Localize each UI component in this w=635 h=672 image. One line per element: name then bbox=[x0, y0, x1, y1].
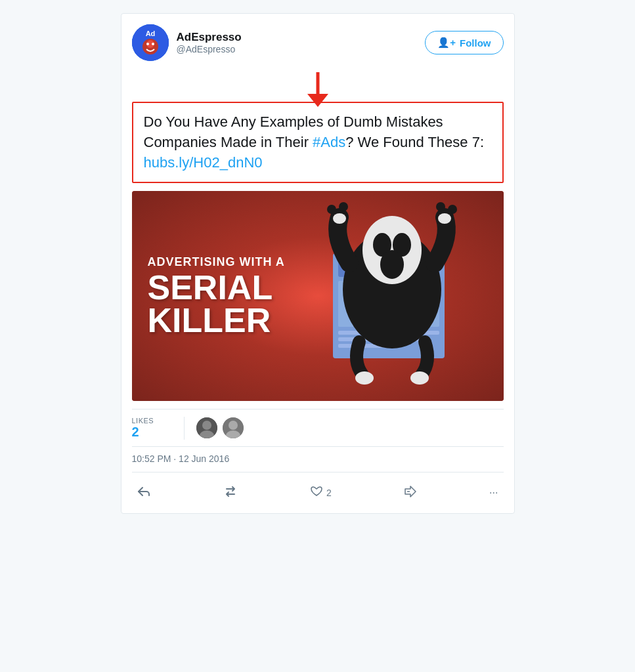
like-count: 2 bbox=[326, 488, 332, 498]
tweet-image[interactable]: ADVERTISING WITH A SERIAL KILLER bbox=[132, 191, 504, 401]
svg-point-14 bbox=[327, 205, 336, 214]
heart-icon bbox=[311, 486, 322, 499]
like-button[interactable]: 2 bbox=[305, 484, 337, 502]
svg-point-19 bbox=[333, 213, 346, 224]
svg-point-4 bbox=[146, 43, 149, 45]
timestamp: 10:52 PM · 12 Jun 2016 bbox=[132, 453, 504, 472]
svg-point-12 bbox=[380, 250, 404, 279]
likes-count: 2 bbox=[132, 425, 173, 440]
svg-marker-7 bbox=[307, 94, 328, 107]
tweet-header: Ad AdEspresso @AdEspresso 👤+ Follow bbox=[132, 24, 504, 61]
follow-icon: 👤+ bbox=[437, 37, 456, 49]
svg-point-24 bbox=[202, 421, 211, 430]
tweet-hashtag[interactable]: #Ads bbox=[313, 134, 345, 150]
share-icon bbox=[405, 486, 416, 500]
image-text-small: ADVERTISING WITH A bbox=[148, 256, 285, 270]
likes-section: LIKES 2 bbox=[132, 409, 504, 447]
svg-marker-29 bbox=[405, 486, 416, 497]
reply-icon bbox=[137, 486, 150, 499]
display-name[interactable]: AdEspresso bbox=[177, 31, 242, 44]
likes-label: LIKES bbox=[132, 417, 173, 425]
image-text-line2: KILLER bbox=[148, 304, 285, 337]
avatar[interactable]: Ad bbox=[132, 24, 169, 61]
reply-button[interactable] bbox=[132, 484, 156, 502]
more-icon: ··· bbox=[489, 487, 498, 499]
likes-avatars bbox=[195, 416, 245, 440]
liker-avatar-1 bbox=[195, 416, 219, 440]
tweet-card: Ad AdEspresso @AdEspresso 👤+ Follow bbox=[121, 13, 515, 514]
svg-point-5 bbox=[152, 43, 154, 45]
share-button[interactable] bbox=[399, 483, 422, 503]
ghost-illustration bbox=[320, 198, 464, 388]
annotation-arrow-svg bbox=[292, 69, 344, 108]
svg-point-20 bbox=[438, 213, 451, 224]
svg-point-21 bbox=[355, 371, 374, 385]
image-text-left: ADVERTISING WITH A SERIAL KILLER bbox=[148, 256, 285, 337]
more-button[interactable]: ··· bbox=[484, 484, 503, 501]
image-text-large: SERIAL KILLER bbox=[148, 272, 285, 337]
svg-point-22 bbox=[410, 371, 429, 385]
svg-point-18 bbox=[436, 202, 445, 211]
action-bar: 2 ··· bbox=[132, 480, 504, 503]
follow-label: Follow bbox=[460, 37, 491, 49]
svg-point-17 bbox=[448, 205, 457, 214]
tweet-text-box: Do You Have Any Examples of Dumb Mistake… bbox=[132, 102, 504, 183]
image-text-line1: SERIAL bbox=[148, 272, 285, 304]
liker-avatar-2 bbox=[221, 416, 245, 440]
screen-name[interactable]: @AdEspresso bbox=[177, 44, 242, 54]
user-info: Ad AdEspresso @AdEspresso bbox=[132, 24, 242, 61]
user-names: AdEspresso @AdEspresso bbox=[177, 31, 242, 54]
svg-point-27 bbox=[229, 421, 238, 430]
arrow-annotation bbox=[132, 69, 504, 102]
retweet-button[interactable] bbox=[218, 484, 243, 502]
retweet-icon bbox=[223, 486, 238, 499]
likes-left: LIKES 2 bbox=[132, 417, 185, 440]
tweet-text-part2: ? We Found These 7: bbox=[345, 134, 484, 150]
svg-text:Ad: Ad bbox=[145, 30, 155, 37]
tweet-link[interactable]: hubs.ly/H02_dnN0 bbox=[144, 154, 263, 171]
follow-button[interactable]: 👤+ Follow bbox=[425, 31, 503, 54]
svg-point-15 bbox=[339, 202, 348, 211]
